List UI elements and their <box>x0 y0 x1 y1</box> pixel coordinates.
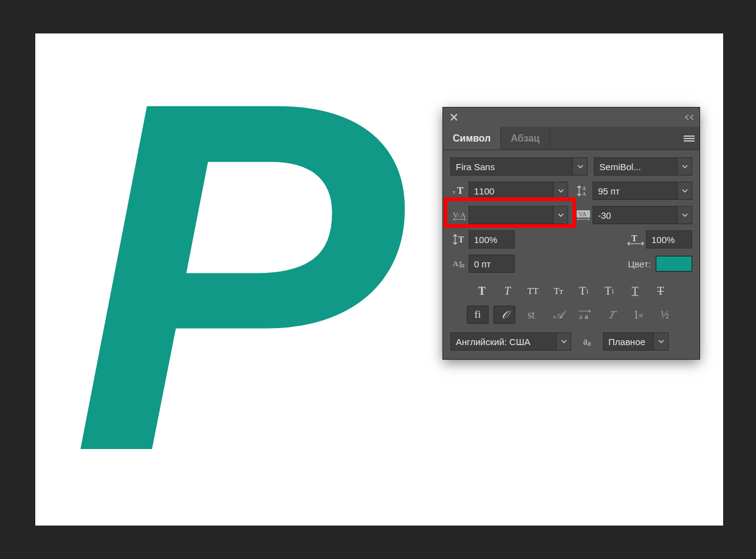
leading-dropdown[interactable] <box>678 182 692 200</box>
font-size-icon: тT <box>450 182 469 200</box>
tracking-input[interactable]: -30 <box>593 206 678 224</box>
allcaps-button[interactable]: TT <box>523 283 543 300</box>
svg-rect-0 <box>684 135 695 137</box>
row-kern-track: V / A VA -30 <box>450 206 692 224</box>
text-style-row: T T TT Tт T1 T1 T T <box>450 283 692 300</box>
vscale-field: T 100% <box>450 230 568 249</box>
character-panel: Символ Абзац Fira Sans SemiBol... <box>443 108 699 359</box>
leading-icon: A A <box>574 182 593 200</box>
tracking-dropdown[interactable] <box>678 206 692 224</box>
strikethrough-button[interactable]: T <box>650 283 671 300</box>
row-scale: T 100% T 100% <box>450 230 692 249</box>
svg-text:/: / <box>458 213 459 219</box>
contextual-button[interactable]: 𝒪 <box>493 306 515 324</box>
baseline-icon: A a <box>450 255 469 273</box>
ordinals-button[interactable]: a a <box>574 306 596 324</box>
language-dropdown[interactable] <box>557 332 571 351</box>
language-field: Английский: США <box>450 332 571 351</box>
antialias-dropdown[interactable] <box>654 332 668 351</box>
antialias-input[interactable]: Плавное <box>603 332 654 351</box>
opentype-row: fi 𝒪 st 𝒜 a a 𝑇 1st ½ <box>450 306 692 324</box>
svg-text:A: A <box>453 259 459 268</box>
first-ordinal-button[interactable]: 1st <box>627 306 649 324</box>
font-size-input[interactable]: 1100 <box>469 182 554 200</box>
hscale-icon: T <box>625 230 646 249</box>
antialias-field: Плавное <box>603 332 668 351</box>
vscale-icon: T <box>450 230 469 249</box>
vscale-input[interactable]: 100% <box>469 230 515 249</box>
svg-text:T: T <box>631 234 637 243</box>
ligatures-button[interactable]: fi <box>467 306 489 324</box>
font-style-field: SemiBol... <box>594 157 692 176</box>
color-swatch[interactable] <box>656 256 692 272</box>
subscript-button[interactable]: T1 <box>599 283 620 300</box>
svg-text:T: T <box>458 235 464 244</box>
underline-button[interactable]: T <box>625 283 645 300</box>
collapse-icon[interactable] <box>680 108 699 127</box>
font-style-dropdown[interactable] <box>678 157 692 176</box>
svg-text:a: a <box>459 259 462 265</box>
tracking-icon: VA <box>574 206 593 224</box>
superscript-button[interactable]: T1 <box>574 283 594 300</box>
svg-text:a: a <box>579 312 583 320</box>
row-font: Fira Sans SemiBol... <box>450 157 692 176</box>
row-baseline-color: A a 0 пт Цвет: <box>450 255 692 273</box>
tracking-field: VA -30 <box>574 206 692 224</box>
panel-header <box>443 108 699 127</box>
leading-field: A A 95 пт <box>574 182 692 200</box>
swash-button[interactable]: 𝒜 <box>547 306 569 324</box>
tab-paragraph[interactable]: Абзац <box>501 127 550 149</box>
antialias-icon: aa <box>577 336 597 347</box>
svg-text:A: A <box>582 191 586 197</box>
color-field: Цвет: <box>574 256 692 272</box>
panel-body: Fira Sans SemiBol... тT 1100 <box>443 150 699 359</box>
panel-tabs: Символ Абзац <box>443 127 699 150</box>
canvas-text[interactable]: P <box>72 27 398 526</box>
kerning-input[interactable] <box>469 206 554 224</box>
tab-character[interactable]: Символ <box>443 127 501 149</box>
leading-input[interactable]: 95 пт <box>593 182 678 200</box>
bold-button[interactable]: T <box>472 283 492 300</box>
row-size-leading: тT 1100 A A 95 пт <box>450 182 692 200</box>
row-language: Английский: США aa Плавное <box>450 332 692 351</box>
kerning-field: V / A <box>450 206 568 224</box>
baseline-input[interactable]: 0 пт <box>469 255 515 273</box>
font-size-field: тT 1100 <box>450 182 568 200</box>
font-size-dropdown[interactable] <box>554 182 568 200</box>
svg-text:т: т <box>453 189 455 195</box>
color-label: Цвет: <box>628 259 651 269</box>
titling-button[interactable]: 𝑇 <box>600 306 622 324</box>
fractions-button[interactable]: ½ <box>654 306 676 324</box>
baseline-field: A a 0 пт <box>450 255 568 273</box>
smallcaps-button[interactable]: Tт <box>548 283 569 300</box>
font-family-input[interactable]: Fira Sans <box>450 157 573 176</box>
font-family-field: Fira Sans <box>450 157 588 176</box>
svg-text:A: A <box>460 210 466 219</box>
kerning-dropdown[interactable] <box>554 206 568 224</box>
panel-menu-icon[interactable] <box>679 127 699 149</box>
svg-text:VA: VA <box>579 211 587 218</box>
svg-rect-1 <box>684 138 695 139</box>
font-family-dropdown[interactable] <box>573 157 588 176</box>
hscale-input[interactable]: 100% <box>646 230 692 249</box>
hscale-field: T 100% <box>574 230 692 249</box>
language-input[interactable]: Английский: США <box>450 332 557 351</box>
italic-button[interactable]: T <box>497 283 518 300</box>
svg-text:a: a <box>585 312 588 320</box>
svg-text:T: T <box>457 185 464 196</box>
kerning-icon: V / A <box>450 206 469 224</box>
svg-rect-2 <box>684 140 695 142</box>
stylistic-button[interactable]: st <box>520 306 542 324</box>
close-icon[interactable] <box>447 108 461 127</box>
font-style-input[interactable]: SemiBol... <box>594 157 678 176</box>
